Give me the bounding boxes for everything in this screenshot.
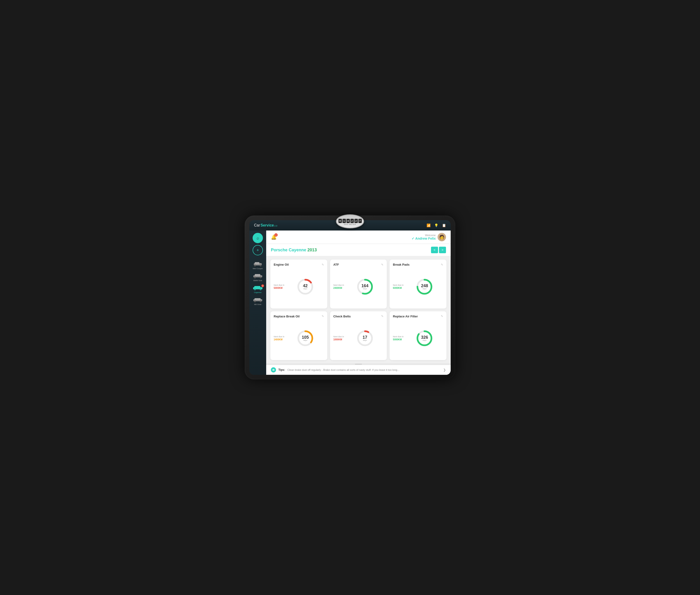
content-panel: 🔔 8 Welcome ✓ Andrew Felix 🧑 — [266, 230, 451, 375]
card-title-atf: ATF — [333, 263, 339, 266]
card-info-atf: Next due in 2400KM — [333, 284, 344, 289]
due-km-atf: 2400KM — [333, 287, 344, 289]
search-button[interactable]: ⌕ — [253, 233, 263, 243]
card-body-replace-air-filter: Next due in 5000KM 326 days — [393, 320, 443, 357]
vehicle-bar: Porsche Cayenne 2013 < > — [266, 244, 451, 256]
due-km-break-pads: 6000KM — [393, 287, 404, 289]
nav-next-button[interactable]: > — [439, 247, 446, 253]
bmw528i-svg — [252, 273, 263, 278]
sidebar-item-cayenne[interactable]: 2 Cayenne — [250, 284, 266, 293]
card-edit-atf[interactable]: ✎ — [381, 263, 384, 266]
sidebar-item-bmw528i[interactable]: BMW 528i — [250, 273, 266, 282]
card-body-check-belts: Next due in 1000KM 17 days — [333, 320, 384, 357]
due-km-engine-oil: 5000KM — [274, 287, 284, 289]
card-header-break-pads: Break Pads ✎ — [393, 263, 443, 266]
donut-number-atf: 164 — [362, 284, 368, 288]
welcome-label: Welcome — [412, 234, 436, 236]
wifi-icon[interactable]: 📶 — [427, 224, 430, 227]
card-info-replace-air-filter: Next due in 5000KM — [393, 336, 404, 341]
avatar-image: 🧑 — [439, 234, 444, 239]
m6gran-label: M6 Gran — [254, 303, 261, 306]
svg-rect-9 — [254, 286, 260, 288]
sidebar: ⌕ + Mini Cooper — [249, 230, 266, 375]
card-info-check-belts: Next due in 1000KM — [333, 336, 344, 341]
card-edit-check-belts[interactable]: ✎ — [381, 315, 384, 318]
card-edit-engine-oil[interactable]: ✎ — [322, 263, 324, 266]
svg-rect-5 — [255, 274, 260, 276]
next-due-label-engine-oil: Next due in — [274, 284, 284, 287]
user-name-text: Andrew Felix — [415, 236, 436, 240]
odo-digit-1: 1 — [342, 220, 346, 223]
tips-arrow-icon[interactable]: ❯ — [443, 368, 446, 372]
tips-text: Clean brake dust off regularly - Brake d… — [287, 368, 441, 371]
vehicle-make: Porsche Cayenne — [271, 248, 306, 252]
card-body-break-pads: Next due in 6000KM 248 days — [393, 268, 443, 305]
notification-bell[interactable]: 🔔 8 — [271, 234, 277, 240]
donut-unit-atf: days — [362, 288, 368, 290]
bulb-icon[interactable]: 💡 — [434, 224, 438, 227]
top-bar-icons: 📶 💡 📋 — [427, 224, 446, 227]
card-header-check-belts: Check Belts ✎ — [333, 315, 384, 318]
sidebar-item-m6gran[interactable]: M6 Gran — [250, 296, 266, 306]
donut-number-engine-oil: 42 — [303, 284, 308, 288]
vehicle-title: Porsche Cayenne 2013 — [271, 248, 317, 253]
card-edit-replace-break-oil[interactable]: ✎ — [322, 315, 324, 318]
donut-center-check-belts: 17 days — [363, 335, 367, 341]
donut-wrap-atf: 164 days — [346, 278, 384, 295]
donut-center-atf: 164 days — [362, 284, 368, 290]
donut-wrap-check-belts: 17 days — [346, 330, 384, 347]
logo-version: 2.0 — [274, 225, 277, 227]
next-due-label-replace-air-filter: Next due in — [393, 336, 404, 338]
donut-wrap-break-pads: 248 days — [406, 278, 443, 295]
tablet-frame: Car Service 2.0 0 1 4 2 2 7 ODO METER — [245, 216, 455, 379]
donut-container-break-pads: 248 days — [416, 278, 433, 295]
main-area: ⌕ + Mini Cooper — [249, 230, 451, 375]
user-avatar[interactable]: 🧑 — [437, 233, 446, 241]
donut-number-check-belts: 17 — [363, 335, 367, 339]
service-card-replace-break-oil: Replace Break Oil ✎ Next due in 1400KM — [270, 311, 327, 360]
service-card-atf: ATF ✎ Next due in 2400KM 164 — [330, 259, 387, 309]
odo-digit-5: 7 — [359, 220, 362, 223]
add-button[interactable]: + — [253, 245, 263, 255]
donut-number-replace-break-oil: 105 — [302, 335, 309, 339]
tablet-screen: Car Service 2.0 0 1 4 2 2 7 ODO METER — [249, 220, 451, 375]
card-header-atf: ATF ✎ — [333, 263, 384, 266]
odometer-display: 0 1 4 2 2 7 ODO METER — [336, 220, 364, 228]
service-card-break-pads: Break Pads ✎ Next due in 6000KM 248 — [390, 259, 447, 309]
cayenne-label: Cayenne — [254, 291, 262, 293]
odo-digit-2: 4 — [346, 220, 350, 223]
content-header: 🔔 8 Welcome ✓ Andrew Felix 🧑 — [266, 230, 451, 244]
mini-cooper-car-icon — [252, 260, 264, 267]
donut-wrap-replace-air-filter: 326 days — [406, 330, 443, 347]
card-edit-break-pads[interactable]: ✎ — [441, 263, 443, 266]
welcome-text: Welcome ✓ Andrew Felix — [412, 234, 436, 240]
donut-center-replace-air-filter: 326 days — [421, 335, 428, 341]
donut-wrap-replace-break-oil: 105 days — [287, 330, 324, 347]
next-due-label-check-belts: Next due in — [333, 336, 344, 338]
donut-number-break-pads: 248 — [421, 284, 428, 288]
sidebar-item-mini-cooper[interactable]: Mini Cooper — [250, 260, 266, 270]
chevron-icon: ✓ — [412, 236, 415, 240]
next-due-label-replace-break-oil: Next due in — [274, 336, 284, 338]
service-cards-grid: Engine Oil ✎ Next due in 5000KM 42 — [266, 256, 451, 363]
nav-prev-button[interactable]: < — [431, 247, 438, 253]
scroll-dot — [355, 364, 362, 365]
donut-unit-engine-oil: days — [303, 288, 308, 290]
card-body-replace-break-oil: Next due in 1400KM 105 days — [274, 320, 324, 357]
logo-car-text: Car — [254, 223, 260, 227]
search-icon: ⌕ — [256, 236, 259, 240]
svg-point-17 — [273, 369, 274, 371]
app-logo: Car Service 2.0 — [254, 223, 277, 227]
odo-digit-3: 2 — [351, 220, 354, 223]
odo-digit-4: 2 — [355, 220, 358, 223]
card-title-replace-air-filter: Replace Air Filter — [393, 315, 418, 318]
vehicle-year: 2013 — [307, 248, 317, 252]
donut-unit-replace-air-filter: days — [421, 339, 428, 341]
m6gran-svg — [252, 297, 263, 302]
clipboard-icon[interactable]: 📋 — [442, 224, 446, 227]
donut-container-check-belts: 17 days — [357, 330, 373, 347]
card-edit-replace-air-filter[interactable]: ✎ — [441, 315, 443, 318]
donut-wrap-engine-oil: 42 days — [287, 278, 324, 295]
odo-digit-0: 0 — [338, 220, 342, 223]
donut-unit-replace-break-oil: days — [302, 339, 309, 341]
